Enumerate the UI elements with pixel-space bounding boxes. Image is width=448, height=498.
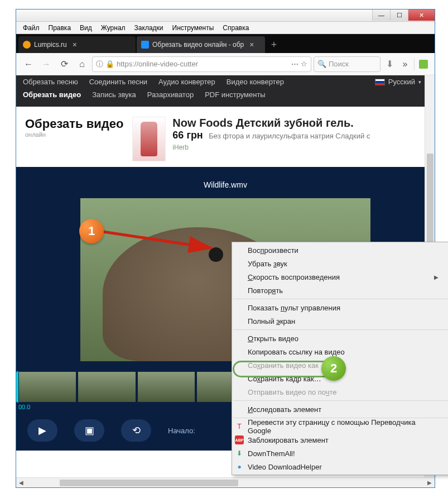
close-tab-icon[interactable]: × <box>249 40 254 49</box>
ad-description: Без фтора и лаурилсульфата натрия Сладки… <box>209 132 370 140</box>
back-button[interactable]: ← <box>21 56 36 72</box>
horizontal-scrollbar[interactable]: ◀ ▶ <box>16 477 435 487</box>
menu-item-icon: ● <box>235 462 244 471</box>
menu-item-label: Показать пульт управления <box>248 304 340 312</box>
nav-pdf-tools[interactable]: PDF инструменты <box>205 90 266 99</box>
info-icon[interactable]: ⓘ <box>96 59 103 69</box>
menu-item-icon: T <box>235 422 244 431</box>
site-nav: Обрезать песню Соединить песни Аудио кон… <box>16 75 435 107</box>
menu-item-label: Перевести эту страницу с помощью Перевод… <box>248 418 439 435</box>
search-box[interactable]: 🔍 Поиск <box>314 56 380 72</box>
crop-button[interactable]: ▣ <box>74 419 104 442</box>
home-button[interactable]: ⌂ <box>74 56 90 72</box>
tab-videocutter[interactable]: Обрезать видео онлайн - обр × <box>137 36 265 53</box>
context-menu-item[interactable]: Воспроизвести <box>232 243 448 257</box>
context-menu-item[interactable]: Отправить видео по почте <box>232 385 448 399</box>
menu-separator <box>233 299 448 299</box>
menu-item-label: Воспроизвести <box>248 246 298 255</box>
window-minimize-button[interactable]: — <box>372 9 390 21</box>
browser-menubar: Файл Правка Вид Журнал Закладки Инструме… <box>16 22 435 34</box>
window-maximize-button[interactable]: ☐ <box>390 9 408 21</box>
nav-video-converter[interactable]: Видео конвертер <box>227 78 284 86</box>
context-menu-item[interactable]: Копировать ссылку на видео <box>232 345 448 358</box>
menu-tools[interactable]: Инструменты <box>169 23 218 33</box>
play-button[interactable]: ▶ <box>27 419 57 442</box>
forward-button[interactable]: → <box>38 56 54 72</box>
menu-item-icon: ABP <box>235 435 244 444</box>
nav-audio-converter[interactable]: Аудио конвертер <box>158 78 215 86</box>
ad-block[interactable]: Now Foods Детский зубной гель. 66 грн Бе… <box>132 117 370 161</box>
ad-image <box>132 117 166 161</box>
nav-cut-song[interactable]: Обрезать песню <box>23 78 78 86</box>
window-titlebar: — ☐ ✕ <box>16 9 435 22</box>
language-selector[interactable]: Русский ▾ <box>375 78 428 86</box>
scroll-left-icon[interactable]: ◀ <box>16 480 26 486</box>
menu-view[interactable]: Вид <box>76 23 95 33</box>
new-tab-button[interactable]: + <box>266 36 282 53</box>
context-menu-item[interactable]: Исследовать элемент <box>232 403 448 416</box>
menu-item-label: Открыть видео <box>248 334 298 343</box>
tab-strip: Lumpics.ru × Обрезать видео онлайн - обр… <box>16 34 435 53</box>
context-menu-item[interactable]: Открыть видео <box>232 332 448 345</box>
search-placeholder: Поиск <box>329 60 349 68</box>
menu-bookmarks[interactable]: Закладки <box>131 23 167 33</box>
favicon-icon <box>141 41 149 49</box>
menu-help[interactable]: Справка <box>219 23 252 33</box>
context-menu-item[interactable]: Показать пульт управления <box>232 301 448 314</box>
timeline-thumb[interactable] <box>137 371 195 403</box>
browser-toolbar: ← → ⟳ ⌂ ⓘ 🔒 https://online-video-cutter … <box>16 53 435 75</box>
tab-label: Lumpics.ru <box>34 41 67 49</box>
url-text: https://online-video-cutter <box>117 60 289 68</box>
menu-item-label: Копировать ссылку на видео <box>248 348 345 356</box>
page-subtitle: онлайн <box>25 131 123 138</box>
tab-label: Обрезать видео онлайн - обр <box>152 41 244 49</box>
menu-item-label: Заблокировать элемент <box>248 436 329 444</box>
start-label: Начало: <box>168 427 195 435</box>
menu-item-label: Скорость воспроизведения <box>248 273 340 281</box>
context-menu-item[interactable]: Скорость воспроизведения▶ <box>232 270 448 284</box>
close-tab-icon[interactable]: × <box>73 40 77 49</box>
scrollbar-thumb[interactable] <box>60 480 238 486</box>
nav-join-songs[interactable]: Соединить песни <box>89 78 147 86</box>
menu-item-label: Исследовать элемент <box>248 405 321 414</box>
context-menu-item[interactable]: ⬇DownThemAll! <box>232 447 448 460</box>
context-menu-item[interactable]: TПеревести эту страницу с помощью Перево… <box>232 420 448 433</box>
menu-edit[interactable]: Правка <box>45 23 75 33</box>
context-menu-item[interactable]: Повторять <box>232 284 448 297</box>
menu-file[interactable]: Файл <box>20 23 43 33</box>
ad-title: Now Foods Детский зубной гель. <box>172 117 370 130</box>
timeline-thumb[interactable] <box>78 371 136 403</box>
downloads-button[interactable]: ⬇ <box>383 58 396 71</box>
reload-button[interactable]: ⟳ <box>56 56 72 72</box>
overflow-button[interactable]: » <box>398 58 412 71</box>
timeline-thumb[interactable] <box>18 371 76 403</box>
menu-history[interactable]: Журнал <box>98 23 129 33</box>
context-menu-item[interactable]: Убрать звук <box>232 257 448 270</box>
page-action-icon[interactable]: ⋯ <box>291 60 298 68</box>
context-menu-item[interactable]: ●Video DownloadHelper <box>232 460 448 473</box>
menu-item-label: Полный экран <box>248 317 295 325</box>
rotate-button[interactable]: ⟲ <box>121 419 151 442</box>
menu-item-label: Отправить видео по почте <box>248 388 337 396</box>
nav-record-audio[interactable]: Запись звука <box>92 90 136 99</box>
bookmark-icon[interactable]: ☆ <box>301 60 307 68</box>
addon-button[interactable] <box>417 58 430 71</box>
page-title: Обрезать видео <box>25 117 123 131</box>
tab-lumpics[interactable]: Lumpics.ru × <box>18 36 136 53</box>
language-label: Русский <box>388 78 415 86</box>
search-engine-icon: 🔍 <box>317 60 326 68</box>
annotation-marker-1: 1 <box>79 219 104 243</box>
context-menu-item[interactable]: Полный экран <box>232 314 448 328</box>
menu-separator <box>233 329 448 330</box>
ad-source: iHerb <box>172 143 370 151</box>
nav-cut-video[interactable]: Обрезать видео <box>23 90 81 99</box>
flag-ru-icon <box>375 79 385 85</box>
context-menu-item[interactable]: ABPЗаблокировать элемент <box>232 433 448 447</box>
favicon-icon <box>23 41 31 49</box>
menu-item-label: Сохранить видео как <box>248 361 319 370</box>
ad-price: 66 грн <box>172 130 203 141</box>
scroll-right-icon[interactable]: ▶ <box>425 480 435 486</box>
window-close-button[interactable]: ✕ <box>408 9 435 21</box>
address-bar[interactable]: ⓘ 🔒 https://online-video-cutter ⋯ ☆ <box>92 56 311 72</box>
nav-unarchiver[interactable]: Разархиватор <box>147 90 194 99</box>
